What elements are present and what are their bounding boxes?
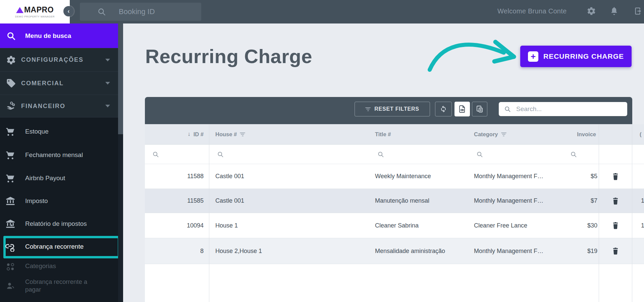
table-row[interactable]: 10094 House 1 Cleaner Sabrina Cleaner Fr…	[145, 213, 644, 238]
filter-cutoff	[632, 145, 644, 164]
search-icon	[504, 106, 511, 112]
sidebar-group-comercial[interactable]: COMERCIAL	[0, 71, 118, 95]
search-icon	[5, 30, 17, 42]
delete-row-button[interactable]	[609, 219, 622, 232]
svg-text:XLS: XLS	[461, 109, 464, 111]
table-row[interactable]: 11585 Castle 001 Manutenção mensal Month…	[145, 189, 644, 213]
add-button-label: RECURRING CHARGE	[543, 52, 624, 60]
cell-actions	[599, 238, 632, 264]
add-recurring-charge-button[interactable]: + RECURRING CHARGE	[520, 46, 632, 67]
cell-cutoff: 1	[632, 213, 644, 238]
reset-filters-button[interactable]: RESET FILTERS	[355, 102, 430, 116]
cell-id: 8	[145, 238, 209, 264]
sidebar-group-configuracoes[interactable]: CONFIGURAÇÕES	[0, 48, 118, 71]
sidebar-item-imposto[interactable]: Imposto	[0, 192, 118, 211]
sidebar-item-label: Fechamento mensal	[25, 151, 83, 159]
welcome-text: Welcome Bruna Conte	[497, 7, 567, 15]
annotation-arrow	[349, 29, 523, 76]
trash-icon	[611, 246, 620, 256]
sidebar-item-categorias[interactable]: Categorias	[0, 258, 118, 274]
cell-id: 11585	[145, 189, 209, 213]
logo-caret-icon	[16, 7, 23, 13]
sidebar-nav: Menu de busca CONFIGURAÇÕES COMERCIAL FI…	[0, 23, 118, 302]
gear-icon	[5, 54, 17, 66]
cell-actions	[599, 164, 632, 189]
trash-icon	[611, 196, 620, 206]
sidebar-scrollbar[interactable]	[118, 23, 123, 302]
column-header-title[interactable]: Title #	[370, 124, 469, 145]
cell-invoice: $7	[550, 189, 599, 213]
cell-house: House 2,House 1	[209, 238, 370, 264]
cell-id: 11588	[145, 164, 209, 189]
booking-id-input[interactable]	[118, 7, 197, 16]
sidebar-collapse-button[interactable]: ‹	[63, 6, 74, 16]
sidebar-item-estoque[interactable]: Estoque	[0, 122, 118, 141]
cart-icon	[5, 126, 16, 137]
delete-row-button[interactable]	[609, 245, 622, 257]
reset-filters-label: RESET FILTERS	[374, 106, 419, 112]
sidebar-scrollbar-thumb[interactable]	[118, 23, 123, 134]
notifications-bell-icon[interactable]	[609, 6, 619, 16]
table-empty-area	[145, 264, 644, 302]
filter-id[interactable]	[145, 145, 209, 164]
sidebar-item-menu-de-busca[interactable]: Menu de busca	[0, 23, 118, 48]
settings-gear-icon[interactable]	[587, 6, 596, 16]
export-xls-button[interactable]: XLS	[454, 102, 470, 116]
sidebar-group-financeiro[interactable]: FINANCEIRO	[0, 95, 118, 117]
sidebar-item-partial[interactable]	[0, 296, 118, 302]
hand-coins-icon	[5, 100, 17, 112]
cell-title: Cleaner Sabrina	[370, 213, 469, 238]
logout-icon[interactable]	[634, 6, 643, 16]
cell-category: Monthly Management F…	[469, 189, 550, 213]
table-row[interactable]: 11588 Castle 001 Weekly Maintenance Mont…	[145, 164, 644, 189]
cell-title: Manutenção mensal	[370, 189, 469, 213]
cell-cutoff: 1	[632, 189, 644, 213]
refresh-button[interactable]	[435, 102, 452, 116]
sidebar-item-label: Estoque	[25, 128, 49, 135]
delete-row-button[interactable]	[609, 195, 622, 207]
chevron-down-icon	[105, 59, 110, 61]
table-search-input[interactable]	[516, 105, 618, 113]
copy-view-button[interactable]	[472, 102, 487, 116]
logo-brand-text: MAPRO	[24, 5, 54, 14]
trash-icon	[611, 171, 620, 182]
sidebar-item-cobranca-recorrente[interactable]: Cobrança recorrente	[0, 238, 118, 256]
sidebar-item-cobranca-recorrente-a-pagar[interactable]: Cobrança recorrente a pagar	[0, 277, 118, 294]
cell-category: Monthly Management F…	[469, 164, 550, 189]
table-search[interactable]	[499, 102, 627, 116]
cell-house: House 1	[209, 213, 370, 238]
sidebar-item-fechamento-mensal[interactable]: Fechamento mensal	[0, 146, 118, 165]
column-header-category[interactable]: Category	[469, 124, 550, 145]
top-bar: MAPRO DEMO PROPERTY MANAGER ‹ Welcome Br…	[0, 0, 644, 23]
table-row[interactable]: 8 House 2,House 1 Mensalidade aministraç…	[145, 238, 644, 264]
filter-icon	[501, 133, 506, 136]
column-header-house[interactable]: House #	[209, 124, 370, 145]
cell-cutoff	[632, 238, 644, 264]
categories-icon	[5, 261, 16, 272]
table-toolbar: RESET FILTERS XLS	[145, 97, 632, 124]
cart-icon	[5, 149, 16, 161]
chevron-left-icon: ‹	[68, 8, 70, 15]
search-icon	[97, 7, 106, 16]
delete-row-button[interactable]	[609, 170, 622, 183]
filter-invoice[interactable]	[550, 145, 599, 164]
sidebar-item-airbnb-payout[interactable]: Airbnb Payout	[0, 169, 118, 188]
table-header-row: ↓ ID # House # Title # Category Invoice …	[145, 124, 644, 145]
price-tag-icon	[5, 78, 17, 89]
sidebar-item-relatorio-de-impostos[interactable]: Relatório de impostos	[0, 215, 118, 234]
filter-category[interactable]	[469, 145, 550, 164]
filter-house[interactable]	[209, 145, 370, 164]
copy-pages-icon	[476, 105, 484, 113]
cell-house: Castle 001	[209, 164, 370, 189]
logo-tagline: DEMO PROPERTY MANAGER	[15, 15, 55, 18]
column-header-id[interactable]: ↓ ID #	[145, 124, 209, 145]
sidebar-group-label: CONFIGURAÇÕES	[21, 56, 84, 63]
cell-cutoff	[632, 164, 644, 189]
filter-title[interactable]	[370, 145, 469, 164]
sort-desc-icon: ↓	[187, 131, 191, 138]
column-header-invoice[interactable]: Invoice	[550, 124, 599, 145]
cell-title: Mensalidade aministração	[370, 238, 469, 264]
booking-search[interactable]	[80, 3, 201, 21]
cart-icon	[5, 172, 16, 184]
filter-icon	[240, 133, 245, 136]
